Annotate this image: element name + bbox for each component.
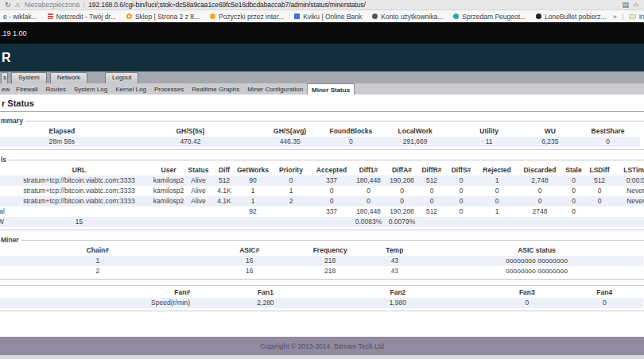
other-bookmarks-label: Inne zakładki	[639, 13, 644, 21]
subnav-tab-kernel-log[interactable]: Kernel Log	[111, 83, 150, 95]
bookmark-item[interactable]: e - wiklak...	[3, 13, 37, 21]
favicon-icon	[210, 14, 215, 19]
bookmarks-bar: e - wiklak...Netcredit - Twój dr...Sklep…	[0, 10, 644, 22]
subnav-tab-system-log[interactable]: System Log	[70, 83, 111, 95]
table-cell	[153, 217, 184, 227]
table-cell: 0	[518, 196, 562, 207]
column-header: Stale	[562, 164, 585, 176]
table-cell: oooooooo oooooooo	[430, 266, 643, 276]
security-label[interactable]: Niezabezpieczona	[25, 1, 80, 9]
table-cell: 16	[198, 256, 301, 266]
bookmark-item[interactable]: Sprzedam Peugeot...	[453, 13, 526, 21]
table-body: stratum+tcp://bitcoin.viabtc.com:3333kam…	[0, 176, 644, 227]
bookmark-label: e - wiklak...	[3, 13, 37, 21]
reload-icon[interactable]: ↻	[5, 2, 11, 9]
bookmark-item[interactable]: Kviku | Online Bank	[294, 13, 362, 21]
main-nav-tabs: sSystemNetworkLogout	[0, 71, 644, 83]
bookmark-item[interactable]: Konto użytkownika...	[372, 13, 443, 21]
subnav-tab-routes[interactable]: Routes	[42, 83, 70, 95]
subnav-tab-processes[interactable]: Processes	[150, 83, 188, 95]
bottom-strip	[0, 355, 644, 359]
table-cell	[312, 217, 351, 227]
table-cell: 2	[270, 196, 312, 207]
nav-tab-s[interactable]: s	[1, 72, 8, 83]
table-row: 21621843oooooooo oooooooo	[0, 266, 643, 276]
column-header: Discarded	[518, 164, 562, 176]
table-cell: 337	[312, 176, 351, 186]
column-header: Priority	[270, 164, 312, 176]
pools-section: ls lURLUserStatusDiffGetWorksPriorityAcc…	[0, 156, 644, 230]
bookmarks-list: e - wiklak...Netcredit - Twój dr...Sklep…	[3, 13, 607, 21]
bookmark-item[interactable]: Sklep | Strona 2 z 8...	[126, 13, 200, 21]
bookmarks-overflow-chevron[interactable]: »	[613, 13, 617, 21]
column-header: BestShare	[576, 125, 640, 137]
favicon-icon	[48, 14, 53, 19]
table-cell: W	[0, 217, 6, 227]
favicon-icon	[536, 14, 541, 19]
table-cell: 512	[417, 176, 446, 186]
column-header: Diff1#	[351, 164, 386, 176]
table-cell	[212, 207, 236, 217]
page-footer: Copyright © 2013-2014, Bitmain Tech Ltd	[0, 337, 644, 355]
warning-icon[interactable]: ⚠	[15, 2, 21, 9]
nav-tab-network[interactable]: Network	[50, 72, 87, 83]
table-cell: 0.0079%	[386, 217, 417, 227]
table-cell: 0.0083%	[351, 217, 386, 227]
subnav-tab-miner-configuration[interactable]: Miner Configuration	[243, 83, 307, 95]
page-actions-icon[interactable]: ▤	[622, 2, 629, 9]
table-cell: 218	[301, 256, 359, 266]
table-cell: 0	[476, 196, 518, 207]
table-cell	[0, 196, 6, 207]
table-cell: 0	[386, 196, 417, 207]
nav-tab-system[interactable]: System	[11, 72, 47, 83]
bookmark-label: Pożyczki przez inter...	[219, 13, 284, 21]
table-cell	[585, 217, 614, 227]
subnav-tab-ew[interactable]: ew	[2, 83, 12, 95]
miner-section: Miner Chain#ASIC#FrequencyTempASIC statu…	[0, 236, 644, 280]
page-content: r Status mmary ElapsedGH/S(5s)GH/S(avg)F…	[0, 95, 644, 337]
table-cell: 0	[446, 186, 476, 196]
bookmark-item[interactable]: LoneBullet pobierz...	[536, 13, 607, 21]
column-header: DiffR#	[417, 164, 446, 176]
other-bookmarks-button[interactable]: Inne zakładki	[629, 13, 644, 21]
table-cell: 0:00:0	[614, 176, 644, 186]
column-header: Fan2	[308, 287, 488, 298]
table-cell: 446.35	[254, 137, 325, 147]
table-cell: 1	[236, 196, 270, 207]
bookmark-item[interactable]: Netcredit - Twój dr...	[48, 13, 116, 21]
table-cell	[270, 207, 312, 217]
bookmark-item[interactable]: Pożyczki przez inter...	[210, 13, 284, 21]
subnav-tab-firewall[interactable]: Firewall	[12, 83, 42, 95]
subnav-tab-miner-status[interactable]: Miner Status	[307, 83, 355, 95]
column-header: LSDiff	[585, 164, 614, 176]
table-cell: 2,280	[223, 298, 308, 308]
subnav-tab-realtime-graphs[interactable]: Realtime Graphs	[188, 83, 243, 95]
table-cell	[184, 217, 212, 227]
bookmark-label: Kviku | Online Bank	[303, 13, 362, 21]
table-cell	[212, 217, 236, 227]
table-cell: 0	[312, 196, 351, 207]
table-body: 11621843oooooooo oooooooo21621843ooooooo…	[0, 256, 643, 276]
column-header: ASIC#	[198, 245, 301, 256]
table-cell	[417, 217, 446, 227]
nav-tab-logout[interactable]: Logout	[105, 72, 138, 83]
pools-section-legend: ls	[1, 156, 9, 164]
table-cell: 2,748	[518, 176, 562, 186]
column-header: Status	[184, 164, 212, 176]
table-cell: 11	[454, 137, 525, 147]
table-cell: 2748	[518, 207, 562, 217]
table-cell: 0	[351, 186, 386, 196]
table-cell: 43	[359, 266, 430, 276]
bookmark-star-icon[interactable]: ☆	[633, 2, 639, 9]
table-cell: stratum+tcp://bitcoin.viabtc.com:3333	[6, 196, 153, 207]
table-cell: Speed(r/min)	[0, 298, 223, 308]
bookmark-label: Sprzedam Peugeot...	[462, 13, 526, 21]
column-header: Fan4	[566, 287, 643, 298]
favicon-icon	[126, 14, 132, 19]
table-cell	[270, 217, 312, 227]
table-cell: 337	[312, 207, 351, 217]
table-cell: 4.1K	[212, 186, 236, 196]
url-text[interactable]: 192.168.0.6/cgi-bin/luci/;stok=dc58a9caa…	[88, 1, 366, 9]
miner-section-legend: Miner	[1, 236, 21, 244]
column-header: LocalWork	[377, 125, 454, 137]
